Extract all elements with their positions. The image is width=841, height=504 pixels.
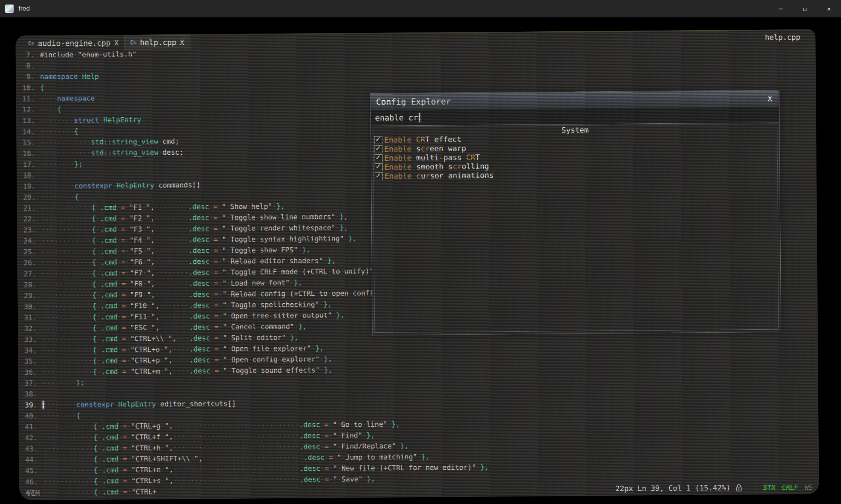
whitespace-dots: ·: [363, 475, 367, 483]
code-token: ": [222, 203, 226, 211]
whitespace-dots: ····: [172, 367, 189, 375]
code-token: .cmd: [101, 324, 118, 332]
whitespace-dots: ·: [154, 181, 158, 189]
code-token: open: [332, 289, 349, 297]
checkmark-icon: ✓: [375, 143, 380, 152]
search-match-text: cr: [421, 144, 430, 153]
whitespace-dots: ·: [126, 280, 130, 288]
maximize-button[interactable]: ◻: [793, 0, 817, 17]
whitespace-dots: ·: [118, 422, 123, 430]
line-number: 22.: [17, 214, 36, 224]
code-token: },: [421, 453, 429, 461]
whitespace-dots: ·: [156, 400, 160, 408]
line-number: 35.: [18, 356, 37, 367]
whitespace-dots: ·: [117, 225, 121, 233]
whitespace-dots: ·: [119, 488, 123, 496]
panel-close-icon[interactable]: X: [766, 94, 773, 103]
checkbox-icon[interactable]: ✓: [375, 163, 383, 171]
code-token: =: [214, 323, 218, 331]
whitespace-dots: ·: [98, 444, 102, 452]
line-number: 19.: [17, 181, 35, 192]
code-token: .desc: [189, 323, 210, 331]
code-token: constexpr: [74, 181, 112, 190]
whitespace-dots: ·: [329, 464, 333, 472]
whitespace-dots: ·: [256, 301, 260, 309]
code-token: ": [223, 367, 227, 375]
close-button[interactable]: ✕: [817, 0, 841, 17]
code-token: =: [215, 367, 219, 375]
tab-help-cpp[interactable]: C+help.cppX: [124, 34, 191, 51]
tab-close-icon[interactable]: X: [114, 39, 118, 47]
code-token: },: [340, 223, 348, 231]
whitespace-dots: ·: [375, 464, 379, 472]
checkmark-icon: ✓: [376, 171, 381, 180]
line-number: 23.: [17, 224, 36, 235]
code-token: =: [324, 432, 329, 439]
whitespace-dots: ·: [211, 367, 215, 375]
whitespace-dots: ·: [125, 236, 129, 244]
code-token: .cmd: [100, 291, 117, 299]
tab-audio-engine-cpp[interactable]: C+audio-engine.cppX: [22, 35, 124, 51]
whitespace-dots: ·: [209, 235, 214, 243]
code-token: ": [222, 214, 226, 221]
whitespace-dots: ·: [257, 366, 261, 374]
minimize-button[interactable]: ─: [769, 0, 793, 17]
code-token: config: [252, 355, 278, 364]
code-token: file: [252, 344, 269, 352]
whitespace-dots: ·: [387, 420, 392, 428]
search-match-text: CR: [466, 153, 475, 162]
code-token: =: [214, 224, 218, 232]
code-line-content: ········{: [41, 191, 78, 203]
whitespace-dots: ·: [320, 421, 324, 429]
whitespace-dots: ·: [337, 443, 341, 450]
code-token: .cmd: [101, 313, 118, 321]
whitespace-dots: ·: [125, 225, 129, 233]
config-option-list: System ✓Enable CRT effect✓Enable screen …: [373, 123, 779, 332]
line-number: 38.: [18, 389, 37, 400]
code-token: .desc: [299, 443, 320, 450]
whitespace-dots: ·: [218, 268, 222, 276]
code-token: "CTRL+s: [131, 476, 161, 485]
whitespace-dots: ············: [41, 149, 91, 157]
vim-mode-indicator: VIM: [27, 489, 40, 497]
line-number: 25.: [17, 246, 36, 257]
code-token: .desc: [188, 203, 209, 211]
whitespace-dots: ·: [404, 464, 409, 472]
code-token: .cmd: [100, 258, 117, 266]
line-number: 41.: [18, 421, 37, 432]
whitespace-dots: ·: [227, 334, 231, 342]
option-text: [412, 135, 416, 144]
code-token: =: [122, 324, 126, 332]
whitespace-dots: ·: [210, 334, 214, 342]
line-number: 9.: [16, 71, 35, 82]
whitespace-dots: ·: [117, 291, 121, 299]
whitespace-dots: ·: [349, 420, 354, 428]
checkbox-icon[interactable]: ✓: [374, 136, 382, 144]
checkbox-icon[interactable]: ✓: [375, 145, 383, 153]
whitespace-dots: ····: [172, 345, 189, 353]
whitespace-dots: ······························: [173, 432, 299, 441]
whitespace-dots: ············: [41, 215, 92, 223]
code-token: .desc: [300, 475, 321, 483]
code-token: {: [93, 368, 97, 376]
code-token: =: [123, 455, 127, 463]
checkbox-icon[interactable]: ✓: [375, 172, 383, 180]
checkbox-icon[interactable]: ✓: [375, 154, 383, 162]
whitespace-dots: ·: [227, 312, 231, 320]
whitespace-dots: ·: [117, 236, 121, 244]
whitespace-dots: ·: [98, 488, 102, 496]
code-token: .cmd: [102, 444, 119, 452]
code-token: .desc: [189, 279, 210, 287]
whitespace-dots: ·: [142, 236, 146, 244]
whitespace-dots: ·: [117, 258, 121, 266]
code-token: (+CTRL: [379, 464, 404, 472]
code-token: =: [121, 247, 125, 255]
code-token: Cancel: [231, 323, 256, 331]
code-token: to: [332, 267, 340, 275]
code-token: "enum-utils.h": [78, 50, 137, 58]
whitespace-dots: ·: [297, 213, 301, 221]
config-search-input[interactable]: enable cr: [371, 107, 779, 126]
tab-close-icon[interactable]: X: [180, 38, 184, 46]
code-token: namespace: [57, 94, 95, 103]
line-number: 11.: [16, 93, 35, 104]
